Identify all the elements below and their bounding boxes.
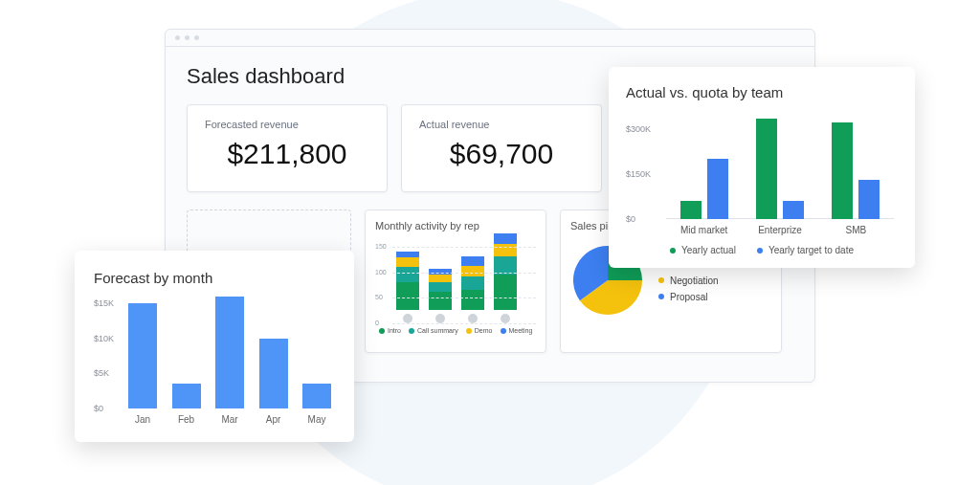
y-tick-label: $0	[94, 404, 103, 413]
quota-bar	[756, 119, 777, 219]
x-tick-label: Mar	[215, 414, 244, 425]
y-tick-label: 50	[375, 294, 383, 300]
rep-avatar-icon	[435, 314, 445, 323]
monthly-activity-title: Monthly activity by rep	[375, 220, 536, 231]
quota-bar	[707, 159, 728, 219]
kpi-forecasted-card[interactable]: Forecasted revenue $211,800	[187, 104, 388, 192]
quota-bar	[858, 180, 880, 219]
forecast-by-month-chart: $15K$10K$5K$0	[94, 303, 335, 408]
window-dot-icon	[185, 35, 189, 40]
x-tick-label: Jan	[128, 414, 157, 425]
kpi-forecasted-value: $211,800	[205, 138, 369, 170]
rep-avatar-icon	[468, 314, 478, 323]
legend-yearly-actual: Yearly actual	[681, 245, 736, 255]
y-tick-label: $300K	[626, 124, 651, 134]
forecast-bar	[302, 384, 331, 408]
quota-bar	[832, 122, 853, 219]
quota-categories: Mid marketEnterprizeSMB	[626, 225, 898, 235]
legend-item: Call summary	[409, 327, 458, 334]
x-tick-label: SMB	[822, 225, 889, 235]
y-tick-label: $0	[626, 214, 635, 224]
window-dot-icon	[175, 35, 180, 40]
y-tick-label: $15K	[94, 298, 114, 308]
rep-avatar-icon	[403, 314, 412, 323]
legend-yearly-target: Yearly target to date	[768, 245, 854, 255]
actual-vs-quota-chart: $300K$150K$0	[626, 114, 898, 219]
legend-item: Intro	[379, 327, 401, 334]
stacked-bar	[461, 256, 484, 310]
forecast-bar	[259, 339, 288, 408]
y-tick-label: $150K	[626, 169, 651, 179]
actual-vs-quota-legend: Yearly actual Yearly target to date	[626, 245, 898, 255]
forecast-bar	[128, 303, 157, 408]
window-titlebar	[166, 30, 814, 47]
legend-item: Demo	[466, 327, 493, 334]
quota-bar	[783, 201, 804, 219]
legend-item: Proposal	[658, 292, 719, 302]
actual-vs-quota-title: Actual vs. quota by team	[626, 84, 898, 100]
forecast-categories: JanFebMarAprMay	[94, 414, 335, 425]
legend-item: Meeting	[501, 327, 533, 334]
x-tick-label: Mid market	[671, 225, 738, 235]
x-tick-label: Enterprize	[746, 225, 813, 235]
x-tick-label: Apr	[259, 414, 288, 425]
stacked-bar	[429, 269, 452, 310]
stacked-bar	[396, 252, 419, 310]
x-tick-label: May	[302, 414, 331, 425]
forecast-by-month-card[interactable]: Forecast by month $15K$10K$5K$0 JanFebMa…	[75, 251, 354, 442]
monthly-activity-card[interactable]: Monthly activity by rep 150100500 IntroC…	[365, 209, 546, 353]
y-tick-label: 150	[375, 243, 387, 250]
rep-avatar-icon	[501, 314, 510, 323]
kpi-forecasted-label: Forecasted revenue	[205, 119, 369, 130]
forecast-by-month-title: Forecast by month	[94, 270, 335, 286]
x-tick-label: Feb	[172, 414, 201, 425]
y-tick-label: $5K	[94, 368, 109, 378]
y-tick-label: 100	[375, 269, 387, 276]
window-dot-icon	[194, 35, 199, 40]
kpi-actual-card[interactable]: Actual revenue $69,700	[401, 104, 602, 192]
legend-item: Negotiation	[658, 276, 719, 286]
y-tick-label: 0	[375, 320, 379, 326]
y-tick-label: $10K	[94, 334, 114, 343]
forecast-bar	[215, 297, 244, 408]
kpi-actual-value: $69,700	[419, 138, 584, 170]
forecast-bar	[172, 384, 201, 408]
monthly-activity-legend: IntroCall summaryDemoMeeting	[375, 327, 536, 334]
actual-vs-quota-card[interactable]: Actual vs. quota by team $300K$150K$0 Mi…	[609, 67, 915, 268]
kpi-actual-label: Actual revenue	[419, 119, 584, 130]
quota-bar	[680, 201, 702, 219]
monthly-activity-chart: 150100500	[375, 237, 536, 323]
